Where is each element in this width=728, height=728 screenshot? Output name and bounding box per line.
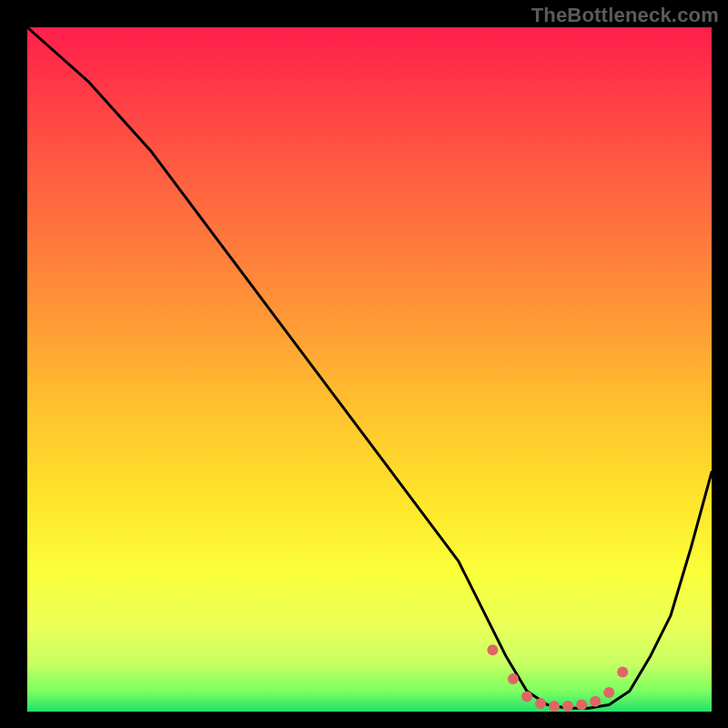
bottleneck-chart — [0, 0, 728, 728]
highlight-dot — [603, 687, 614, 698]
highlight-dot — [562, 701, 573, 712]
gradient-background — [27, 27, 712, 712]
highlight-dot — [535, 698, 546, 709]
highlight-dot — [549, 701, 560, 712]
highlight-dot — [508, 673, 519, 684]
highlight-dot — [590, 696, 601, 707]
highlight-dot — [521, 692, 532, 703]
watermark-text: TheBottleneck.com — [531, 4, 719, 27]
highlight-dot — [617, 666, 628, 677]
chart-frame: TheBottleneck.com — [0, 0, 728, 728]
highlight-dot — [487, 644, 498, 655]
highlight-dot — [576, 700, 587, 711]
